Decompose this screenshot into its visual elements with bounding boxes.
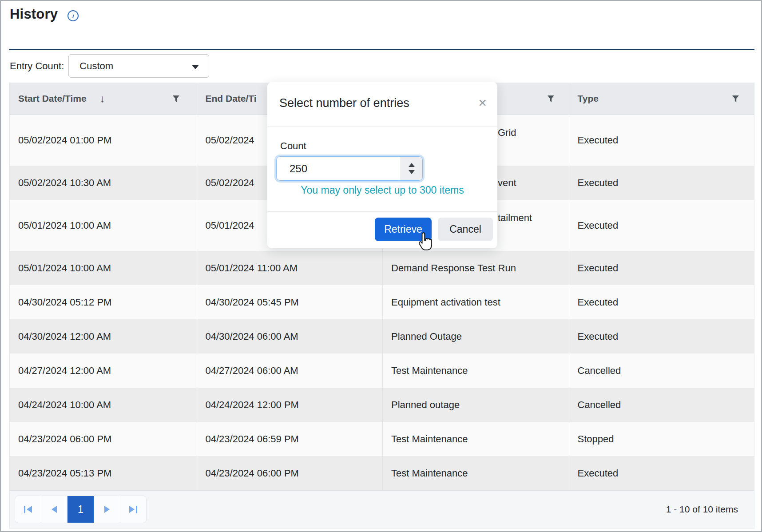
table-row[interactable]: 04/24/2024 10:00 AM04/24/2024 12:00 PMPl… [10, 388, 754, 422]
table-row[interactable]: 04/23/2024 06:00 PM04/23/2024 06:59 PMTe… [10, 422, 754, 456]
entry-count-selected-value: Custom [79, 60, 113, 72]
entry-count-dropdown[interactable]: Custom [68, 54, 209, 78]
cell-start-date-text: 04/30/2024 05:12 PM [18, 297, 111, 308]
cell-end-date-text: 04/23/2024 06:00 PM [206, 468, 299, 479]
cell-end-date: 04/23/2024 06:00 PM [197, 456, 383, 490]
cell-start-date-text: 04/23/2024 05:13 PM [18, 468, 111, 479]
cell-end-date-text: 05/02/2024 [206, 177, 254, 189]
sort-descending-icon[interactable]: ↓ [100, 92, 105, 105]
pager-page-1-button[interactable]: 1 [67, 496, 93, 523]
cell-start-date-text: 04/27/2024 12:00 AM [18, 365, 111, 377]
filter-icon-name[interactable] [547, 95, 555, 103]
retrieve-button[interactable]: Retrieve [375, 218, 432, 241]
limit-helper-text: You may only select up to 300 items [267, 184, 497, 196]
cell-name-text: vent [498, 177, 516, 189]
cell-type-text: Executed [578, 262, 619, 274]
first-page-icon [27, 506, 32, 513]
cell-start-date: 04/24/2024 10:00 AM [10, 388, 197, 422]
table-row[interactable]: 04/30/2024 05:12 PM04/30/2024 05:45 PMEq… [10, 285, 754, 319]
cell-name-text: tailment [498, 212, 532, 224]
first-page-icon [24, 506, 25, 513]
cell-type-text: Executed [578, 331, 619, 342]
cell-name: Test Maintenance [382, 456, 569, 490]
select-entries-dialog: Select number of entries × Count 250 You… [267, 82, 497, 248]
column-label-start-date[interactable]: Start Date/Time [18, 93, 87, 104]
info-icon[interactable]: i [67, 10, 79, 21]
pager: 1 [15, 496, 147, 523]
dialog-header: Select number of entries × [267, 82, 497, 127]
page-header: History i [10, 6, 79, 22]
pager-prev-button[interactable] [41, 496, 67, 523]
cell-end-date-text: 04/27/2024 06:00 AM [206, 365, 298, 377]
cell-start-date: 05/02/2024 01:00 PM [10, 115, 197, 166]
cancel-button[interactable]: Cancel [438, 218, 493, 241]
cell-end-date: 04/30/2024 05:45 PM [197, 285, 383, 319]
cell-end-date: 04/30/2024 06:00 AM [197, 319, 383, 353]
cell-start-date-text: 04/23/2024 06:00 PM [18, 433, 111, 445]
pager-next-button[interactable] [94, 496, 120, 523]
table-row[interactable]: 05/01/2024 10:00 AM05/01/2024 11:00 AMDe… [10, 251, 754, 285]
cell-name: Planned outage [382, 388, 569, 422]
stepper-up-icon[interactable] [409, 163, 415, 167]
filter-icon-start-date[interactable] [172, 95, 180, 103]
stepper-down-icon[interactable] [409, 170, 415, 174]
cell-start-date: 05/01/2024 10:00 AM [10, 200, 197, 251]
table-row[interactable]: 04/30/2024 12:00 AM04/30/2024 06:00 AMPl… [10, 319, 754, 353]
cell-start-date: 05/02/2024 10:30 AM [10, 166, 197, 200]
column-header-type: Type [569, 83, 754, 115]
cell-name-text: Equipment activation test [391, 297, 500, 308]
cell-name-text: Grid [498, 127, 516, 139]
next-page-icon [104, 506, 110, 513]
column-label-end-date[interactable]: End Date/Ti [206, 93, 257, 104]
cell-name: Test Maintenance [382, 353, 569, 388]
pager-last-button[interactable] [120, 496, 146, 523]
cell-type: Cancelled [569, 388, 754, 422]
cell-end-date-text: 05/01/2024 11:00 AM [206, 262, 298, 274]
last-page-icon [129, 506, 135, 513]
cell-type: Executed [569, 456, 754, 490]
cell-type: Executed [569, 200, 754, 251]
count-input[interactable]: 250 [276, 156, 423, 181]
cell-type-text: Executed [578, 297, 619, 308]
entry-count-toolbar: Entry Count: Custom [10, 54, 209, 78]
cell-end-date: 04/27/2024 06:00 AM [197, 353, 383, 388]
page-title: History [10, 6, 58, 22]
entry-count-label: Entry Count: [10, 60, 64, 72]
close-icon[interactable]: × [476, 94, 488, 111]
cell-type: Executed [569, 251, 754, 285]
cell-start-date: 04/23/2024 06:00 PM [10, 422, 197, 456]
cell-start-date-text: 04/30/2024 12:00 AM [18, 331, 111, 342]
count-label: Count [280, 140, 306, 152]
cell-type: Cancelled [569, 353, 754, 388]
cell-name: Demand Response Test Run [382, 251, 569, 285]
cell-name-text: Test Maintenance [391, 365, 468, 377]
pager-first-button[interactable] [15, 496, 41, 523]
cell-start-date: 04/30/2024 05:12 PM [10, 285, 197, 319]
pagination-bar: 1 1 - 10 of 10 items [10, 490, 754, 528]
table-row[interactable]: 04/23/2024 05:13 PM04/23/2024 06:00 PMTe… [10, 456, 754, 490]
cell-name: Planned Outage [382, 319, 569, 353]
cell-name-text: Test Maintenance [391, 468, 468, 479]
cell-type-text: Stopped [578, 433, 614, 445]
cell-type-text: Executed [578, 177, 619, 189]
cell-start-date-text: 05/01/2024 10:00 AM [18, 220, 111, 231]
cell-type: Executed [569, 285, 754, 319]
cell-end-date: 05/01/2024 11:00 AM [197, 251, 383, 285]
cell-end-date-text: 05/01/2024 [206, 220, 254, 231]
history-screen: History i Entry Count: Custom Start Date… [0, 0, 762, 532]
cell-start-date: 05/01/2024 10:00 AM [10, 251, 197, 285]
cell-start-date-text: 04/24/2024 10:00 AM [18, 399, 111, 411]
cell-name-text: Test Maintenance [391, 433, 468, 445]
table-row[interactable]: 04/27/2024 12:00 AM04/27/2024 06:00 AMTe… [10, 353, 754, 388]
cell-type-text: Cancelled [578, 365, 621, 377]
cell-type: Stopped [569, 422, 754, 456]
number-stepper[interactable] [401, 157, 422, 180]
cell-end-date-text: 05/02/2024 [206, 135, 254, 146]
cell-type-text: Cancelled [578, 399, 621, 411]
cell-type: Executed [569, 166, 754, 200]
last-page-icon [136, 506, 137, 513]
filter-icon-type[interactable] [732, 95, 739, 103]
cell-start-date: 04/30/2024 12:00 AM [10, 319, 197, 353]
column-label-type[interactable]: Type [578, 93, 599, 104]
dialog-title: Select number of entries [279, 96, 409, 110]
